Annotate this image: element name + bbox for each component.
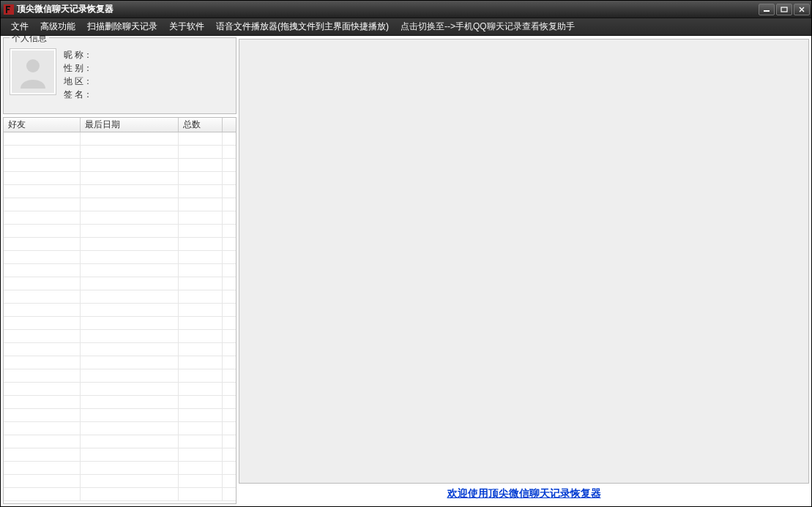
table-row[interactable] [4, 185, 236, 198]
table-cell [4, 343, 81, 356]
table-cell [4, 172, 81, 184]
table-row[interactable] [4, 290, 236, 304]
table-cell [179, 304, 223, 316]
table-cell [179, 264, 223, 277]
table-cell [81, 383, 179, 395]
table-cell [223, 369, 236, 382]
table-cell [4, 422, 81, 435]
table-row[interactable] [4, 146, 236, 159]
app-window: 顶尖微信聊天记录恢复器 文件 高级功能 扫描删除聊天记录 关于软件 语音文件播放… [0, 0, 812, 507]
table-row[interactable] [4, 330, 236, 343]
region-label: 地 区： [64, 76, 92, 86]
welcome-link[interactable]: 欢迎使用顶尖微信聊天记录恢复器 [447, 487, 601, 500]
table-row[interactable] [4, 448, 236, 462]
table-cell [179, 225, 223, 237]
table-row[interactable] [4, 172, 236, 185]
table-cell [179, 159, 223, 171]
table-cell [179, 448, 223, 461]
table-cell [179, 317, 223, 329]
table-row[interactable] [4, 304, 236, 317]
maximize-button[interactable] [776, 4, 792, 15]
profile-signature: 签 名： [64, 88, 92, 101]
table-cell [81, 317, 179, 329]
avatar [10, 48, 56, 95]
right-panel: 欢迎使用顶尖微信聊天记录恢复器 [239, 36, 811, 506]
table-cell [4, 396, 81, 408]
table-row[interactable] [4, 462, 236, 475]
table-cell [223, 317, 236, 329]
table-cell [179, 211, 223, 224]
table-cell [81, 185, 179, 198]
menu-bar: 文件 高级功能 扫描删除聊天记录 关于软件 语音文件播放器(拖拽文件到主界面快捷… [1, 18, 811, 36]
table-row[interactable] [4, 369, 236, 383]
table-cell [4, 317, 81, 329]
table-cell [81, 290, 179, 303]
table-cell [179, 290, 223, 303]
menu-switch-qq[interactable]: 点击切换至-->手机QQ聊天记录查看恢复助手 [395, 18, 581, 35]
table-cell [179, 238, 223, 250]
close-button[interactable] [794, 4, 810, 15]
minimize-button[interactable] [759, 4, 775, 15]
table-row[interactable] [4, 475, 236, 488]
table-row[interactable] [4, 211, 236, 225]
table-cell [81, 159, 179, 171]
table-row[interactable] [4, 159, 236, 172]
table-row[interactable] [4, 225, 236, 238]
table-cell [4, 211, 81, 224]
menu-scan-deleted[interactable]: 扫描删除聊天记录 [81, 18, 163, 35]
table-cell [81, 198, 179, 211]
table-row[interactable] [4, 238, 236, 251]
table-cell [179, 475, 223, 487]
title-bar: 顶尖微信聊天记录恢复器 [1, 1, 811, 18]
table-cell [4, 409, 81, 421]
table-row[interactable] [4, 488, 236, 501]
col-friend[interactable]: 好友 [4, 118, 81, 132]
table-cell [81, 422, 179, 435]
window-title: 顶尖微信聊天记录恢复器 [17, 3, 759, 15]
menu-file[interactable]: 文件 [5, 18, 34, 35]
table-row[interactable] [4, 277, 236, 290]
table-cell [223, 146, 236, 158]
table-cell [179, 330, 223, 342]
table-row[interactable] [4, 343, 236, 356]
table-cell [4, 369, 81, 382]
table-row[interactable] [4, 132, 236, 146]
table-row[interactable] [4, 409, 236, 422]
table-cell [179, 146, 223, 158]
table-cell [4, 264, 81, 277]
friends-grid: 好友 最后日期 总数 [3, 117, 236, 504]
table-cell [223, 343, 236, 356]
table-cell [81, 330, 179, 342]
grid-body[interactable] [4, 132, 236, 503]
table-cell [223, 383, 236, 395]
app-icon [4, 4, 14, 15]
table-row[interactable] [4, 396, 236, 409]
table-row[interactable] [4, 435, 236, 448]
maximize-icon [781, 7, 788, 12]
gender-label: 性 别： [64, 63, 92, 73]
menu-audio-player[interactable]: 语音文件播放器(拖拽文件到主界面快捷播放) [210, 18, 395, 35]
table-cell [223, 238, 236, 250]
col-last-date[interactable]: 最后日期 [81, 118, 179, 132]
col-total[interactable]: 总数 [179, 118, 223, 132]
profile-gender: 性 别： [64, 61, 92, 75]
menu-about[interactable]: 关于软件 [163, 18, 210, 35]
table-cell [179, 132, 223, 145]
table-cell [4, 462, 81, 474]
table-cell [223, 251, 236, 263]
table-row[interactable] [4, 251, 236, 264]
minimize-icon [763, 7, 770, 12]
table-row[interactable] [4, 198, 236, 211]
table-cell [4, 488, 81, 500]
table-cell [223, 488, 236, 500]
menu-advanced[interactable]: 高级功能 [34, 18, 81, 35]
table-cell [81, 462, 179, 474]
table-cell [179, 277, 223, 290]
table-row[interactable] [4, 356, 236, 369]
table-row[interactable] [4, 317, 236, 330]
table-row[interactable] [4, 422, 236, 435]
table-row[interactable] [4, 264, 236, 277]
table-cell [81, 211, 179, 224]
table-row[interactable] [4, 383, 236, 396]
table-cell [223, 290, 236, 303]
